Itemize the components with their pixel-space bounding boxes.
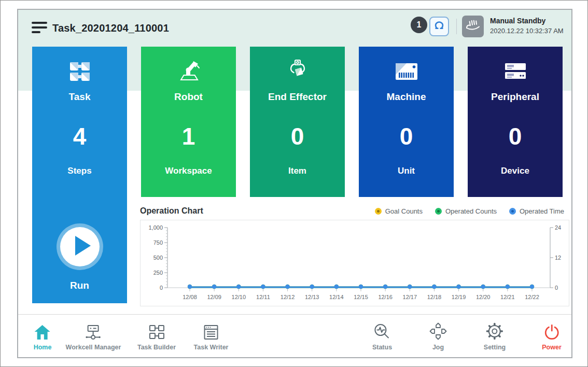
svg-text:12/11: 12/11: [256, 294, 270, 300]
card-label: Machine: [359, 91, 454, 103]
operation-chart: 1,00075050025002412012/0812/0912/1012/11…: [140, 220, 569, 306]
card-value: 1: [141, 122, 236, 150]
robot-teach-pendant-screen: Task_20201204_110001 1 Manual Standby: [0, 0, 588, 367]
task-title: Task_20201204_110001: [52, 22, 169, 34]
chart-canvas: 1,00075050025002412012/0812/0912/1012/11…: [141, 220, 569, 306]
card-machine[interactable]: Machine 0 Unit: [359, 47, 454, 197]
nav-item-jog[interactable]: Jog: [429, 320, 447, 351]
card-unit: Unit: [359, 166, 454, 176]
card-label: End Effector: [250, 91, 345, 103]
robot-arm-icon: [141, 58, 236, 85]
manual-mode-button[interactable]: [462, 16, 484, 37]
svg-text:750: 750: [153, 239, 163, 246]
timestamp: 2020.12.22 10:32:37 AM: [490, 27, 564, 35]
task-writer-icon: [194, 320, 229, 341]
legend-label: Goal Counts: [385, 207, 423, 215]
svg-text:250: 250: [153, 270, 163, 276]
home-icon: [34, 320, 52, 341]
nav-item-task-writer[interactable]: Task Writer: [194, 320, 229, 351]
svg-text:12/15: 12/15: [354, 294, 368, 300]
chart-legend: Goal CountsOperated CountsOperated Time: [375, 207, 564, 215]
svg-text:12: 12: [555, 255, 561, 261]
svg-text:500: 500: [153, 255, 163, 261]
peripheral-server-icon: [468, 58, 563, 85]
svg-text:12/18: 12/18: [427, 294, 442, 300]
svg-text:12/13: 12/13: [305, 294, 319, 300]
card-unit: Workspace: [141, 166, 236, 176]
card-unit: Item: [250, 166, 345, 176]
app-window: Task_20201204_110001 1 Manual Standby: [17, 9, 572, 358]
legend-dot-icon: [375, 208, 382, 215]
svg-text:12/21: 12/21: [500, 294, 515, 300]
svg-text:12/09: 12/09: [207, 294, 221, 300]
play-icon: [60, 226, 100, 267]
svg-text:0: 0: [555, 285, 558, 291]
power-icon: [542, 320, 562, 341]
nav-item-setting[interactable]: Setting: [484, 320, 506, 351]
bottom-navigation: Home Workcell Manager: [18, 314, 571, 357]
run-button[interactable]: [60, 227, 100, 266]
nav-item-status[interactable]: Status: [372, 320, 392, 351]
legend-label: Operated Time: [520, 207, 564, 215]
legend-item: Operated Counts: [435, 207, 497, 215]
manual-hand-icon: [465, 18, 481, 35]
svg-text:12/17: 12/17: [403, 294, 417, 300]
legend-dot-icon: [435, 208, 442, 215]
gear-icon: [484, 320, 506, 341]
workcell-manager-icon: [66, 320, 121, 341]
card-end-effector[interactable]: End Effector 0 Item: [250, 47, 345, 197]
card-label: Task: [32, 91, 127, 103]
nav-item-home[interactable]: Home: [34, 320, 52, 351]
notification-badge: 1: [411, 17, 427, 33]
card-value: 0: [359, 122, 454, 150]
machine-icon: [359, 58, 454, 85]
card-unit: Steps: [32, 166, 127, 176]
nav-item-task-builder[interactable]: Task Builder: [137, 320, 176, 351]
svg-text:1,000: 1,000: [148, 224, 163, 231]
menu-icon[interactable]: [32, 22, 47, 34]
legend-label: Operated Counts: [445, 207, 497, 215]
robot-mode-status: Manual Standby 2020.12.22 10:32:37 AM: [490, 17, 564, 35]
run-label: Run: [32, 280, 127, 291]
svg-text:12/19: 12/19: [452, 294, 466, 300]
status-monitor-icon: [372, 320, 392, 341]
task-blocks-icon: [32, 58, 127, 85]
svg-text:12/16: 12/16: [378, 294, 393, 300]
card-label: Peripheral: [468, 91, 563, 103]
legend-item: Goal Counts: [375, 207, 423, 215]
svg-text:12/08: 12/08: [183, 294, 197, 300]
header-divider: [456, 19, 457, 34]
chart-title: Operation Chart: [140, 206, 203, 216]
card-value: 4: [32, 122, 127, 150]
card-robot[interactable]: Robot 1 Workspace: [141, 47, 236, 197]
svg-text:12/12: 12/12: [281, 294, 295, 300]
jog-pad-icon: [429, 320, 447, 341]
nav-item-workcell-manager[interactable]: Workcell Manager: [66, 320, 121, 351]
card-label: Robot: [141, 91, 236, 103]
end-effector-tool-button[interactable]: [429, 17, 449, 36]
legend-item: Operated Time: [509, 207, 564, 215]
gripper-icon: [433, 20, 445, 33]
card-value: 0: [250, 122, 345, 150]
svg-text:0: 0: [160, 285, 163, 291]
card-peripheral[interactable]: Peripheral 0 Device: [468, 47, 563, 197]
gripper-box-icon: [250, 58, 345, 85]
svg-text:12/14: 12/14: [329, 294, 344, 300]
svg-text:12/10: 12/10: [232, 294, 246, 300]
card-unit: Device: [468, 166, 563, 176]
task-builder-icon: [137, 320, 176, 341]
legend-dot-icon: [509, 208, 516, 215]
svg-text:24: 24: [555, 224, 561, 231]
svg-text:12/20: 12/20: [476, 294, 491, 300]
svg-text:12/22: 12/22: [525, 294, 539, 300]
nav-item-power[interactable]: Power: [542, 320, 562, 351]
card-task[interactable]: Task 4 Steps Run: [32, 47, 127, 303]
mode-label: Manual Standby: [490, 17, 564, 26]
card-value: 0: [468, 122, 563, 150]
